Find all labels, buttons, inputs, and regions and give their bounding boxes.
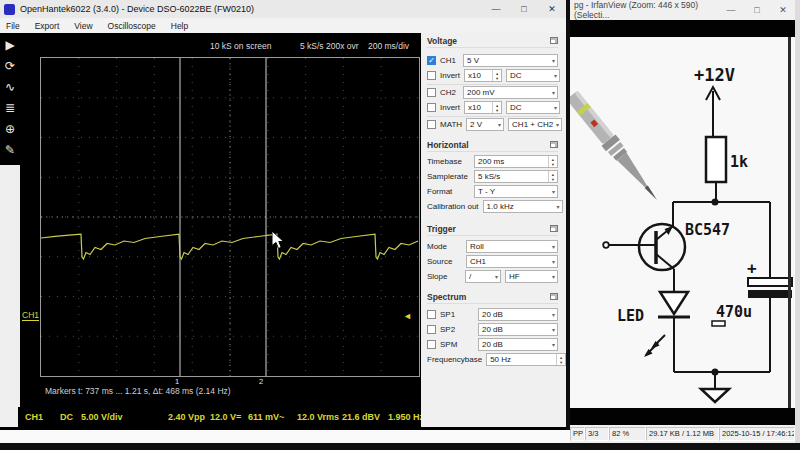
ch1-coupling-select[interactable]: DC ▾ <box>506 69 560 82</box>
hantek-titlebar[interactable]: OpenHantek6022 (3.4.0) - Device DSO-6022… <box>0 0 566 18</box>
minimize-button[interactable]: — <box>718 5 744 15</box>
supply-label: +12V <box>694 65 735 85</box>
marker-2-label[interactable]: 2 <box>259 377 263 386</box>
chevron-down-icon: ▾ <box>552 311 555 319</box>
capacitor-plate-top <box>748 278 792 286</box>
measure-freq: 1.950 Hz <box>388 412 424 422</box>
status-filesize: 29.17 KB / 1.12 MB <box>646 427 719 441</box>
math-mode-select[interactable]: CH1 + CH2 ▾ <box>508 118 562 131</box>
minimize-button[interactable]: — <box>482 4 510 14</box>
ch1-invert-checkbox[interactable] <box>427 71 436 80</box>
float-panel-icon[interactable] <box>550 225 558 232</box>
trigger-level-marker-icon[interactable]: ◄ <box>403 311 412 321</box>
measure-dbv: 21.6 dBV <box>342 412 380 422</box>
math-checkbox[interactable] <box>427 120 436 129</box>
chevron-down-icon: ▾ <box>552 341 555 349</box>
calibration-select[interactable]: 1.0 kHz ▾ <box>483 200 563 213</box>
menu-export[interactable]: Export <box>35 21 60 31</box>
led-symbol <box>660 292 688 314</box>
trigger-slope-value: / <box>469 272 471 281</box>
spm-checkbox[interactable] <box>427 340 436 349</box>
freqbase-value: 50 Hz <box>490 355 511 364</box>
freqbase-spinner[interactable]: 50 Hz ▴▾ <box>486 353 566 366</box>
marker-1-label[interactable]: 1 <box>175 377 179 386</box>
chevron-down-icon: ▾ <box>552 273 555 281</box>
sp1-value: 20 dB <box>482 310 503 319</box>
calibration-icon[interactable]: ✎ <box>5 141 15 160</box>
refresh-icon[interactable]: ⟳ <box>5 57 15 76</box>
trigger-slope-select[interactable]: / ▾ <box>465 270 501 283</box>
ch1-range-value: 5 V <box>467 56 479 65</box>
spin-down-icon[interactable]: ▾ <box>552 177 554 182</box>
ch2-invert-label: Invert <box>440 103 460 112</box>
timebase-value: 200 ms <box>478 157 504 166</box>
ch1-level-tag[interactable]: CH1 <box>22 310 39 321</box>
math-range-select[interactable]: 2 V ▾ <box>466 118 504 131</box>
base-terminal <box>603 242 609 248</box>
spin-down-icon[interactable]: ▾ <box>496 108 498 113</box>
trigger-mode-select[interactable]: Roll ▾ <box>466 240 558 253</box>
float-panel-icon[interactable] <box>550 141 558 148</box>
math-label: MATH <box>440 120 462 129</box>
image-viewport: +12V 1k BC547 LED <box>570 37 795 408</box>
float-panel-icon[interactable] <box>550 37 558 44</box>
sp1-checkbox[interactable] <box>427 310 436 319</box>
voltage-section-header: Voltage <box>427 36 558 48</box>
chevron-down-icon: ▾ <box>498 121 501 129</box>
ch2-probe-spinner[interactable]: x10 ▴▾ <box>464 101 502 114</box>
window-title: OpenHantek6022 (3.4.0) - Device DSO-6022… <box>20 4 254 14</box>
maximize-button[interactable]: □ <box>744 5 770 15</box>
sp2-select[interactable]: 20 dB ▾ <box>478 323 558 336</box>
ch1-range-select[interactable]: 5 V ▾ <box>463 54 558 67</box>
horizontal-section-header: Horizontal <box>427 140 558 152</box>
levels-icon[interactable]: ≣ <box>5 99 15 118</box>
sp1-select[interactable]: 20 dB ▾ <box>478 308 558 321</box>
irfanview-titlebar[interactable]: pg - IrfanView (Zoom: 446 x 590) (Select… <box>570 0 800 20</box>
close-button[interactable]: ✕ <box>770 5 796 15</box>
menu-oscilloscope[interactable]: Oscilloscope <box>108 21 156 31</box>
spin-down-icon[interactable]: ▾ <box>560 360 562 365</box>
samplerate-spinner[interactable]: 5 kS/s ▴▾ <box>474 170 558 183</box>
spin-down-icon[interactable]: ▾ <box>552 162 554 167</box>
waveform-icon[interactable]: ∿ <box>5 78 15 97</box>
ch1-probe-spinner[interactable]: x10 ▴▾ <box>464 69 502 82</box>
ch2-coupling-select[interactable]: DC ▾ <box>506 101 560 114</box>
scope-canvas <box>41 58 419 376</box>
ch1-checkbox[interactable]: ✓ <box>427 56 436 65</box>
mouse-cursor <box>272 231 285 250</box>
zoom-in-icon[interactable]: ⊕ <box>5 120 15 139</box>
app-icon <box>4 4 15 15</box>
ch2-invert-checkbox[interactable] <box>427 103 436 112</box>
ch1-label: CH1 <box>440 56 456 65</box>
probe-photo <box>570 89 664 205</box>
play-icon[interactable]: ▶ <box>5 36 14 55</box>
menu-file[interactable]: File <box>6 21 20 31</box>
spm-select[interactable]: 20 dB ▾ <box>478 338 558 351</box>
float-panel-icon[interactable] <box>550 293 558 300</box>
format-select[interactable]: T - Y ▾ <box>474 185 558 198</box>
trigger-mode-value: Roll <box>470 242 484 251</box>
sp1-label: SP1 <box>440 310 455 319</box>
timebase-spinner[interactable]: 200 ms ▴▾ <box>474 155 558 168</box>
spin-down-icon[interactable]: ▾ <box>496 76 498 81</box>
trigger-source-select[interactable]: CH1 ▾ <box>466 255 558 268</box>
spm-row: SPM 20 dB ▾ <box>427 338 558 351</box>
ch1-invert-row: Invert x10 ▴▾ DC ▾ <box>427 69 558 82</box>
close-button[interactable]: ✕ <box>538 4 566 14</box>
chevron-down-icon: ▾ <box>552 188 555 196</box>
format-row: Format T - Y ▾ <box>427 185 558 198</box>
menu-help[interactable]: Help <box>171 21 188 31</box>
sp2-checkbox[interactable] <box>427 325 436 334</box>
ch2-range-select[interactable]: 200 mV ▾ <box>463 86 558 99</box>
trigger-source-value: CH1 <box>470 257 486 266</box>
menu-view[interactable]: View <box>74 21 92 31</box>
maximize-button[interactable]: □ <box>510 4 538 14</box>
scope-display[interactable] <box>40 57 420 377</box>
ch2-checkbox[interactable] <box>427 88 436 97</box>
irfanview-window: pg - IrfanView (Zoom: 446 x 590) (Select… <box>570 0 800 443</box>
sp2-value: 20 dB <box>482 325 503 334</box>
trigger-slope-label: Slope <box>427 272 447 281</box>
chevron-down-icon: ▾ <box>495 273 498 281</box>
ch2-invert-row: Invert x10 ▴▾ DC ▾ <box>427 101 558 114</box>
trigger-filter-select[interactable]: HF ▾ <box>505 270 558 283</box>
